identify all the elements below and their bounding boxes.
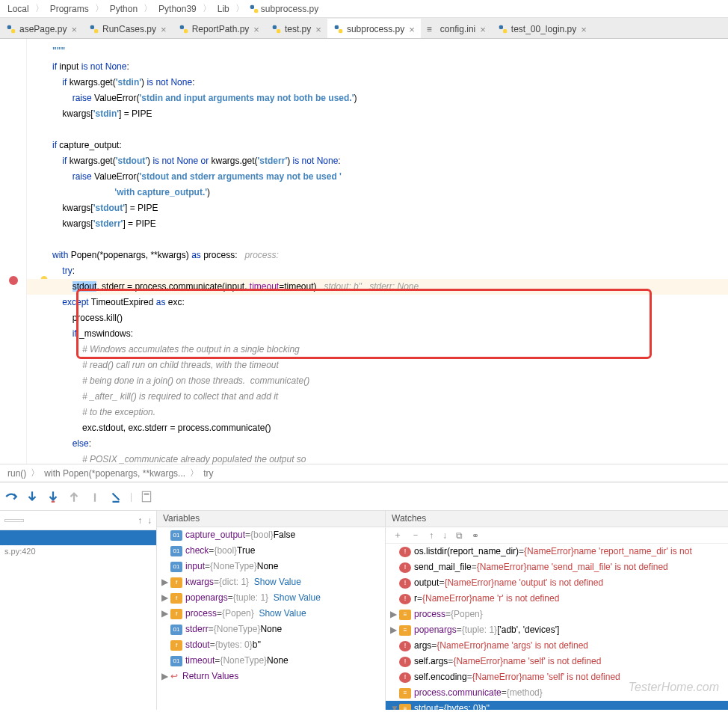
svg-rect-13 <box>503 29 507 33</box>
debug-panel: | ↑ ↓ s.py:420 Variables 01capture_outpu… <box>0 482 728 710</box>
watch-add-icon[interactable]: ＋ <box>393 529 402 542</box>
crumb-item[interactable]: Lib <box>216 4 231 14</box>
watch-row[interactable]: ▶≡process = {Popen} <box>386 607 728 622</box>
svg-rect-3 <box>11 29 15 33</box>
svg-rect-8 <box>273 25 277 29</box>
variable-row[interactable]: 01timeout = {NoneType} None <box>157 653 385 669</box>
svg-rect-5 <box>94 29 98 33</box>
breakpoint-marker[interactable] <box>9 276 18 285</box>
variable-row[interactable]: 01capture_output = {bool} False <box>157 527 385 543</box>
editor-tab[interactable]: RunCases.py× <box>83 19 173 38</box>
editor-tab[interactable]: test_00_login.py× <box>492 19 593 38</box>
editor-tab[interactable]: ReportPath.py× <box>173 19 265 38</box>
variable-row[interactable]: 01check = {bool} True <box>157 543 385 559</box>
variable-row[interactable]: ▶fpopenargs = {tuple: 1} Show Value <box>157 590 385 606</box>
watch-row[interactable]: !os.listdir(report_name_dir) = {NameErro… <box>386 544 728 559</box>
editor-tabs: asePage.py×RunCases.py×ReportPath.py×tes… <box>0 18 728 39</box>
tab-close-icon[interactable]: × <box>71 24 77 35</box>
watch-down-icon[interactable]: ↓ <box>442 530 447 541</box>
svg-rect-6 <box>179 25 183 29</box>
watermark-text: TesterHome.com <box>629 681 719 694</box>
svg-rect-7 <box>184 29 188 33</box>
crumb-fn[interactable]: run() <box>7 468 26 479</box>
tab-close-icon[interactable]: × <box>161 24 167 35</box>
editor-tab[interactable]: subprocess.py× <box>327 19 421 38</box>
variables-pane: Variables 01capture_output = {bool} Fals… <box>157 511 386 710</box>
thread-selector[interactable] <box>4 519 24 522</box>
svg-rect-0 <box>250 4 254 8</box>
watch-row[interactable]: !output = {NameError}name 'output' is no… <box>386 575 728 591</box>
crumb-item[interactable]: Python <box>108 4 139 14</box>
tab-close-icon[interactable]: × <box>581 24 587 35</box>
watch-row[interactable]: ▼≡stdout = {bytes: 0} b'' <box>386 701 728 710</box>
variable-row[interactable]: 01stderr = {NoneType} None <box>157 622 385 637</box>
watch-copy-icon[interactable]: ⧉ <box>456 530 463 541</box>
crumb-item[interactable]: Python39 <box>157 4 198 14</box>
watch-link-icon[interactable]: ⚭ <box>472 530 479 541</box>
svg-rect-4 <box>90 25 94 29</box>
watch-up-icon[interactable]: ↑ <box>429 530 434 541</box>
editor-tab[interactable]: ≡config.ini× <box>421 19 492 38</box>
svg-rect-2 <box>7 25 11 29</box>
variable-row[interactable]: ▶fprocess = {Popen} Show Value <box>157 606 385 622</box>
variables-header: Variables <box>157 511 385 527</box>
step-over-icon[interactable] <box>4 490 18 503</box>
watch-remove-icon[interactable]: － <box>411 529 420 542</box>
variable-row[interactable]: ▶fkwargs = {dict: 1} Show Value <box>157 574 385 590</box>
watch-row[interactable]: !r = {NameError}name 'r' is not defined <box>386 591 728 607</box>
tab-close-icon[interactable]: × <box>409 24 415 35</box>
tab-close-icon[interactable]: × <box>480 24 486 35</box>
svg-rect-10 <box>335 25 339 29</box>
step-out-icon[interactable] <box>67 490 81 503</box>
watch-row[interactable]: !self.args = {NameError}name 'self' is n… <box>386 654 728 669</box>
editor-tab[interactable]: test.py× <box>265 19 327 38</box>
frame-entry[interactable]: s.py:420 <box>0 545 156 557</box>
crumb-item[interactable]: subprocess.py <box>259 4 320 14</box>
frames-pane: ↑ ↓ s.py:420 <box>0 511 157 710</box>
variable-row[interactable]: 01input = {NoneType} None <box>157 559 385 574</box>
variable-row[interactable]: ▶↩Return Values <box>157 669 385 684</box>
crumb-item[interactable]: Local <box>6 4 31 14</box>
watch-row[interactable]: !args = {NameError}name 'args' is not de… <box>386 638 728 654</box>
svg-rect-17 <box>143 491 151 502</box>
breadcrumb-bar: Local〉 Programs〉 Python〉 Python39〉 Lib〉 … <box>0 0 728 18</box>
svg-rect-12 <box>499 25 503 29</box>
watches-toolbar: ＋ － ↑ ↓ ⧉ ⚭ <box>386 527 728 544</box>
tab-close-icon[interactable]: × <box>315 24 321 35</box>
svg-rect-16 <box>52 500 55 502</box>
svg-rect-1 <box>254 9 258 13</box>
run-to-cursor-icon[interactable] <box>88 490 102 503</box>
tab-close-icon[interactable]: × <box>253 24 259 35</box>
code-editor[interactable]: """ if input is not None: if kwargs.get(… <box>0 39 728 464</box>
editor-tab[interactable]: asePage.py× <box>0 19 83 38</box>
svg-rect-9 <box>277 29 280 33</box>
frame-current[interactable] <box>0 530 156 545</box>
crumb-item[interactable]: Programs <box>49 4 90 14</box>
watch-row[interactable]: !send_mail_file = {NameError}name 'send_… <box>386 559 728 575</box>
code-area[interactable]: """ if input is not None: if kwargs.get(… <box>27 39 728 464</box>
variable-row[interactable]: fstdout = {bytes: 0} b'' <box>157 637 385 653</box>
svg-rect-11 <box>339 29 342 33</box>
watches-header: Watches <box>386 511 728 527</box>
python-file-icon <box>249 4 259 14</box>
watch-row[interactable]: ▶≡popenargs = {tuple: 1} ['adb', 'device… <box>386 622 728 638</box>
svg-rect-18 <box>144 493 149 494</box>
editor-gutter <box>0 39 27 464</box>
calculator-icon[interactable] <box>140 490 153 503</box>
